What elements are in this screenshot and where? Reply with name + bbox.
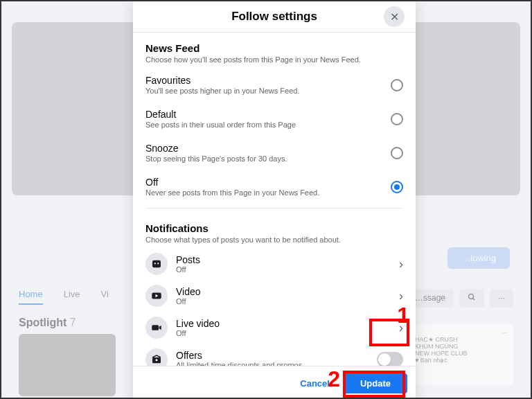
notif-label: Video bbox=[176, 286, 391, 297]
section-title: Notifications bbox=[145, 222, 403, 234]
radio-label: Favourites bbox=[145, 75, 391, 86]
tab-home[interactable]: Home bbox=[19, 289, 43, 305]
section-description: Choose how you'll see posts from this Pa… bbox=[145, 55, 403, 64]
notif-status: All limited-time discounts and promos bbox=[176, 361, 369, 366]
notif-status: Off bbox=[176, 329, 391, 337]
annotation-2: 2 bbox=[328, 366, 340, 392]
radio-icon bbox=[391, 113, 403, 125]
svg-line-1 bbox=[472, 299, 475, 301]
offers-icon bbox=[145, 348, 168, 366]
modal-body: News Feed Choose how you'll see posts fr… bbox=[133, 33, 416, 366]
more-button[interactable]: ··· bbox=[490, 289, 513, 308]
related-card[interactable]: ··· HAC★ CRUSH KHUM NGÚNG NEW HOPE CLUB … bbox=[409, 323, 513, 386]
search-button[interactable] bbox=[459, 289, 484, 308]
notif-status: Off bbox=[176, 297, 391, 305]
section-description: Choose what types of posts you want to b… bbox=[145, 236, 403, 244]
svg-rect-2 bbox=[152, 260, 161, 268]
notifications-section: Notifications Choose what types of posts… bbox=[145, 213, 403, 248]
svg-point-4 bbox=[157, 263, 159, 264]
radio-icon bbox=[391, 181, 403, 193]
radio-icon bbox=[391, 79, 403, 91]
following-button[interactable]: …lowing bbox=[447, 247, 510, 269]
svg-point-0 bbox=[468, 294, 473, 299]
follow-settings-modal: Follow settings ✕ News Feed Choose how y… bbox=[133, 1, 416, 399]
tab-more[interactable]: Vi bbox=[101, 289, 109, 305]
radio-label: Snooze bbox=[145, 143, 391, 154]
news-feed-section: News Feed Choose how you'll see posts fr… bbox=[145, 33, 403, 68]
chevron-right-icon: › bbox=[399, 289, 403, 303]
posts-icon bbox=[145, 253, 168, 275]
svg-point-3 bbox=[154, 263, 156, 264]
video-icon bbox=[145, 285, 168, 307]
notif-offers[interactable]: Offers All limited-time discounts and pr… bbox=[145, 344, 403, 366]
radio-description: Never see posts from this Page in your N… bbox=[145, 188, 391, 197]
radio-default[interactable]: Default See posts in their usual order f… bbox=[145, 102, 403, 136]
radio-snooze[interactable]: Snooze Stop seeing this Page's posts for… bbox=[145, 136, 403, 170]
close-icon: ✕ bbox=[390, 10, 399, 24]
close-button[interactable]: ✕ bbox=[384, 6, 405, 27]
notif-posts[interactable]: Posts Off › bbox=[145, 248, 403, 280]
radio-description: See posts in their usual order from this… bbox=[145, 121, 391, 129]
spotlight-item[interactable] bbox=[19, 334, 116, 396]
modal-header: Follow settings ✕ bbox=[133, 1, 416, 33]
radio-label: Off bbox=[145, 177, 391, 188]
notif-status: Off bbox=[176, 265, 391, 274]
chevron-right-icon: › bbox=[399, 257, 403, 272]
offers-toggle[interactable] bbox=[377, 352, 403, 366]
radio-description: You'll see posts higher up in your News … bbox=[145, 87, 391, 95]
update-button[interactable]: Update bbox=[344, 373, 407, 393]
radio-description: Stop seeing this Page's posts for 30 day… bbox=[145, 154, 391, 163]
svg-rect-6 bbox=[152, 325, 159, 330]
notif-label: Offers bbox=[176, 350, 369, 361]
radio-icon bbox=[391, 147, 403, 159]
radio-favourites[interactable]: Favourites You'll see posts higher up in… bbox=[145, 68, 403, 102]
annotation-1: 1 bbox=[397, 303, 409, 328]
divider bbox=[145, 208, 403, 209]
page-tabs: Home Live Vi bbox=[19, 289, 109, 305]
notif-label: Posts bbox=[176, 254, 391, 265]
tab-live[interactable]: Live bbox=[64, 289, 80, 305]
radio-label: Default bbox=[145, 109, 391, 120]
modal-footer: Cancel Update bbox=[133, 366, 416, 399]
radio-off[interactable]: Off Never see posts from this Page in yo… bbox=[145, 170, 403, 204]
section-title: News Feed bbox=[145, 42, 403, 54]
live-video-icon bbox=[145, 317, 168, 339]
modal-title: Follow settings bbox=[231, 10, 317, 24]
spotlight-heading: Spotlight 7 bbox=[19, 317, 76, 329]
page-action-buttons: …ssage ··· bbox=[407, 289, 513, 308]
svg-point-8 bbox=[156, 359, 158, 361]
notif-video[interactable]: Video Off › bbox=[145, 280, 403, 312]
notif-label: Live video bbox=[176, 318, 391, 329]
notif-live-video[interactable]: Live video Off › bbox=[145, 312, 403, 344]
